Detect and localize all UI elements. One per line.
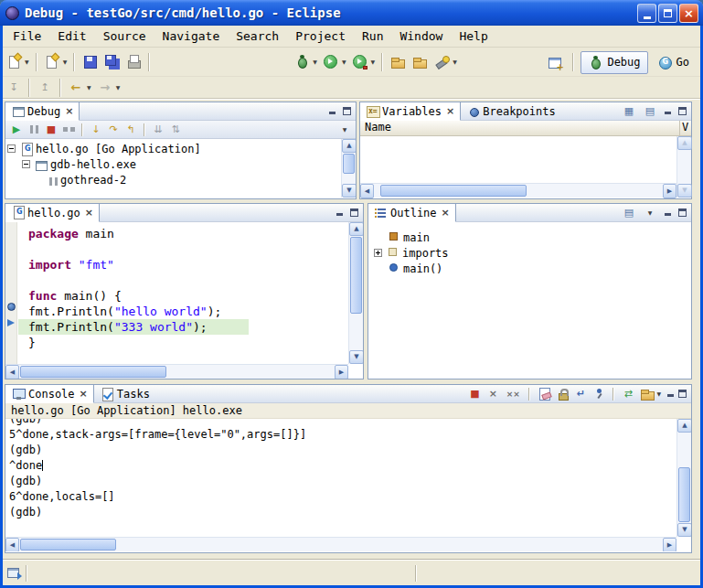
new-go-dropdown-arrow[interactable]: ▼ [63,59,68,65]
back-dropdown-arrow[interactable]: ▼ [87,84,91,91]
step-return-icon[interactable]: ↰ [122,122,139,137]
editor-marker-ruler[interactable] [5,222,17,364]
run-launch-button[interactable] [320,51,342,73]
menu-window[interactable]: Window [391,27,451,45]
scroll-left-arrow[interactable]: ◀ [5,538,19,551]
debug-tree-row[interactable]: gdb-hello.exe [7,156,356,172]
run-dropdown-arrow[interactable]: ▼ [342,59,346,65]
minimize-icon[interactable] [335,208,345,218]
outline-item-main-func[interactable]: main() [374,261,691,276]
editor-code-area[interactable]: package main import "fmt" func main() { … [18,226,343,350]
column-header-name[interactable]: Name [360,121,680,135]
minimize-icon[interactable] [663,106,673,116]
close-icon[interactable]: × [65,106,73,116]
menu-source[interactable]: Source [95,27,154,45]
open-console-icon[interactable] [638,386,655,401]
console-text-area[interactable]: (gdb) 5^done,stack-args=[frame={level="0… [5,419,676,537]
view-menu-arrow[interactable]: ▼ [642,205,658,220]
minimize-icon[interactable] [666,389,676,399]
tab-console[interactable]: Console × [5,385,94,403]
scroll-lock-icon[interactable] [554,386,570,401]
tab-outline[interactable]: Outline × [368,204,456,222]
debug-dropdown-arrow[interactable]: ▼ [313,59,317,65]
expander-minus-icon[interactable] [22,160,30,168]
word-wrap-icon[interactable]: ↵ [572,386,589,401]
close-icon[interactable]: × [85,208,93,218]
window-minimize-button[interactable] [637,4,656,23]
search-button[interactable] [431,51,453,73]
tab-tasks[interactable]: Tasks [94,385,155,402]
outline-tree[interactable]: main imports main() [368,222,691,379]
debug-tree-row[interactable]: gothread-2 [7,172,356,187]
scroll-up-arrow[interactable]: ▲ [677,136,692,150]
minimize-icon[interactable] [327,106,337,116]
window-titlebar[interactable]: Debug - testGo/src/cmd/hello.go - Eclips… [0,0,703,26]
variables-content[interactable]: ◀ ▶ ▲ ▼ [360,136,691,198]
scroll-up-arrow[interactable]: ▲ [349,222,363,236]
open-project-button[interactable] [409,51,431,73]
tab-breakpoints[interactable]: Breakpoints [461,102,560,120]
collapse-all-icon[interactable]: ▤ [642,103,658,119]
view-menu-arrow[interactable]: ▼ [336,122,353,137]
debug-tree-row[interactable]: hello.go [Go Application] [7,141,356,156]
column-header-value[interactable]: V [680,121,691,135]
perspective-debug-button[interactable]: Debug [581,51,647,74]
pin-console-icon[interactable] [591,386,607,401]
close-icon[interactable]: × [80,389,88,399]
scroll-right-arrow[interactable]: ▶ [335,365,348,379]
forward-dropdown-arrow[interactable]: ▼ [116,84,121,91]
scroll-right-arrow[interactable]: ▶ [663,184,676,198]
next-annotation-button[interactable]: ↧ [3,77,25,99]
tab-debug[interactable]: Debug × [5,102,80,121]
clear-console-icon[interactable] [536,386,552,401]
use-step-filters-icon[interactable]: ⇅ [167,122,184,137]
drop-to-frame-icon[interactable]: ⇊ [150,122,166,137]
variables-horizontal-scrollbar[interactable]: ◀ ▶ [360,183,676,198]
show-console-when-output-icon[interactable]: ⇄ [620,386,636,401]
scroll-right-arrow[interactable]: ▶ [663,538,676,551]
expander-minus-icon[interactable] [7,144,16,153]
scroll-down-arrow[interactable]: ▼ [342,184,356,198]
suspend-icon[interactable] [26,122,42,137]
fast-view-button[interactable] [3,563,26,583]
minimize-icon[interactable] [663,208,673,218]
step-into-icon[interactable]: ↓ [88,122,104,137]
outline-item-main[interactable]: main [374,230,691,245]
scrollbar-thumb[interactable] [678,467,690,522]
remove-launch-icon[interactable]: × [485,386,501,401]
variables-vertical-scrollbar[interactable]: ▲ ▼ [676,136,691,198]
resume-icon[interactable]: ▶ [8,122,25,137]
outline-item-imports[interactable]: imports [374,245,691,261]
maximize-icon[interactable] [677,106,687,116]
new-wizard-button[interactable] [3,51,25,73]
new-dropdown-arrow[interactable]: ▼ [25,59,29,65]
terminate-icon[interactable]: ■ [466,386,483,401]
tab-hello-go[interactable]: hello.go × [5,204,100,222]
maximize-icon[interactable] [349,208,359,218]
debug-launch-button[interactable] [291,51,313,73]
menu-help[interactable]: Help [451,27,495,45]
breakpoint-icon[interactable] [7,303,16,311]
debug-tree[interactable]: hello.go [Go Application] gdb-hello.exe … [5,139,356,198]
menu-edit[interactable]: Edit [49,27,94,45]
new-go-element-button[interactable] [41,51,63,73]
scroll-left-arrow[interactable]: ◀ [5,365,19,379]
sort-icon[interactable]: ▤ [621,205,637,220]
menu-project[interactable]: Project [287,27,354,45]
editor-horizontal-scrollbar[interactable]: ◀ ▶ [5,364,348,379]
save-all-button[interactable] [101,51,122,73]
open-perspective-button[interactable] [544,51,566,73]
window-close-button[interactable]: × [679,4,698,23]
menu-run[interactable]: Run [354,27,391,45]
remove-all-launches-icon[interactable]: ×× [503,386,523,401]
open-resource-button[interactable] [387,51,409,73]
scroll-left-arrow[interactable]: ◀ [360,184,374,198]
back-button[interactable]: ← [65,77,87,99]
scrollbar-thumb[interactable] [380,185,527,197]
perspective-go-button[interactable]: Go [651,52,696,73]
disconnect-icon[interactable] [60,122,77,137]
maximize-icon[interactable] [677,208,687,218]
maximize-icon[interactable] [677,389,687,399]
scroll-down-arrow[interactable]: ▼ [677,523,691,537]
editor-vertical-scrollbar[interactable]: ▲ ▼ [348,222,363,364]
